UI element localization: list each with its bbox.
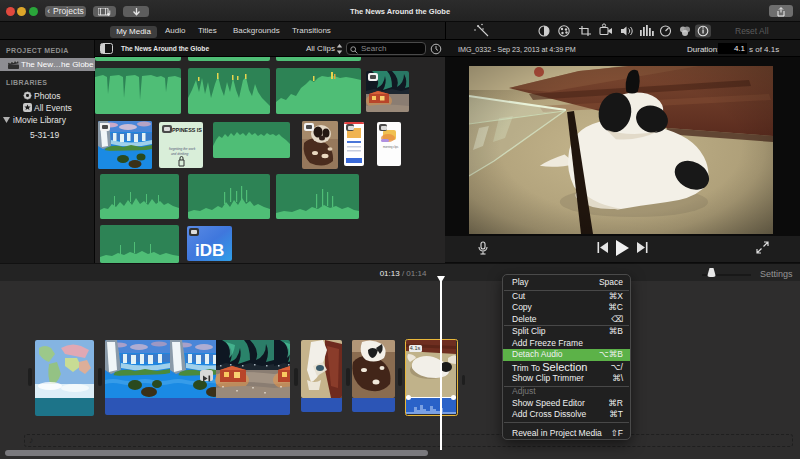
svg-text:morning clips: morning clips xyxy=(383,145,399,149)
svg-text:Reset All: Reset All xyxy=(735,26,769,36)
svg-text:forgetting the work: forgetting the work xyxy=(169,147,196,151)
svg-text:and drinking: and drinking xyxy=(171,152,189,156)
svg-text:PPINESS IS: PPINESS IS xyxy=(172,127,202,133)
svg-text:iDB: iDB xyxy=(195,241,224,260)
